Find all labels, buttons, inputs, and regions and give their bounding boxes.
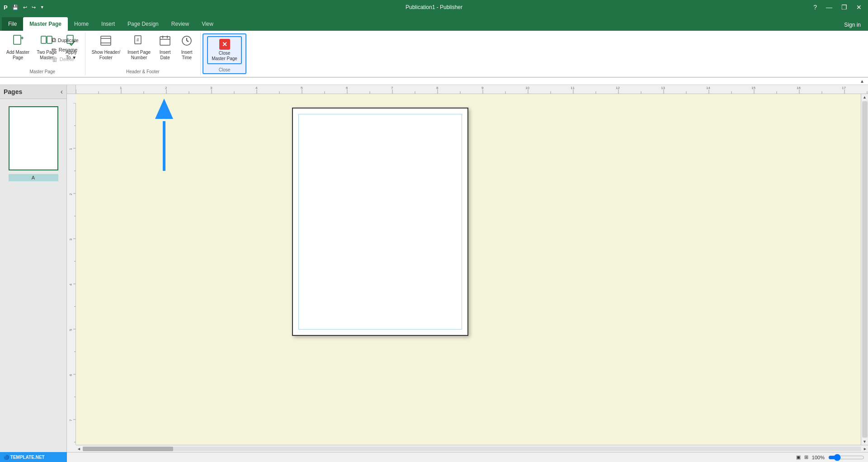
arrow-annotation xyxy=(146,94,182,175)
tab-master-page[interactable]: Master Page xyxy=(23,17,68,31)
svg-rect-3 xyxy=(41,36,46,43)
insert-date-icon xyxy=(159,34,171,49)
scroll-right-btn[interactable]: ► xyxy=(862,446,868,452)
page-inner xyxy=(298,114,462,330)
ribbon-tabs: File Master Page Home Insert Page Design… xyxy=(0,14,868,31)
rename-btn[interactable]: ✏ Rename xyxy=(49,45,81,54)
duplicate-label: Duplicate xyxy=(58,38,79,43)
svg-text:6: 6 xyxy=(69,374,73,376)
ribbon-group-master-page: Add MasterPage Two PageMaster ApplyTo ▼ xyxy=(0,33,85,75)
publisher-logo: P xyxy=(4,4,8,11)
svg-text:5: 5 xyxy=(69,329,73,331)
add-master-page-btn[interactable]: Add MasterPage xyxy=(4,33,32,62)
view-single[interactable]: ▣ xyxy=(796,454,801,460)
left-ruler: 1 2 3 4 5 6 xyxy=(67,103,76,445)
maximize-btn[interactable]: ❐ xyxy=(839,3,850,12)
view-double[interactable]: ⊞ xyxy=(804,454,808,460)
rename-icon: ✏ xyxy=(52,46,57,53)
tab-file[interactable]: File xyxy=(2,17,23,31)
svg-text:4: 4 xyxy=(255,86,258,90)
scroll-left-btn[interactable]: ◄ xyxy=(76,446,82,452)
svg-text:1: 1 xyxy=(120,86,122,90)
scroll-up-btn[interactable]: ▲ xyxy=(862,94,868,100)
delete-btn: 🗑 Delete xyxy=(49,55,81,64)
save-quick-btn[interactable]: 💾 xyxy=(10,4,20,11)
svg-line-17 xyxy=(187,41,189,42)
insert-page-number-icon: # xyxy=(133,34,146,49)
insert-time-label: InsertTime xyxy=(181,50,193,61)
status-bar: Page: 1 of 1 ◄ ► ▣ ⊞ 100% xyxy=(0,452,868,462)
duplicate-btn[interactable]: ⧉ Duplicate xyxy=(49,35,81,45)
svg-text:8: 8 xyxy=(436,86,439,90)
insert-time-icon xyxy=(180,34,193,49)
window-title: Publication1 - Publisher xyxy=(406,4,462,10)
insert-page-number-btn[interactable]: # Insert PageNumber xyxy=(125,33,153,62)
undo-quick-btn[interactable]: ↩ xyxy=(21,4,29,11)
scroll-down-btn[interactable]: ▼ xyxy=(862,438,868,445)
window-controls: ? — ❐ ✕ xyxy=(811,3,864,12)
svg-marker-97 xyxy=(155,99,173,119)
master-page-small-btns: ⧉ Duplicate ✏ Rename 🗑 Delete xyxy=(49,35,81,71)
close-btn[interactable]: ✕ xyxy=(854,3,864,12)
tab-view[interactable]: View xyxy=(195,17,220,31)
page-thumbnail-a[interactable] xyxy=(9,106,58,170)
scroll-thumb-h[interactable] xyxy=(83,447,861,451)
close-master-page-btn[interactable]: ✕ CloseMaster Page xyxy=(207,36,242,64)
svg-text:3: 3 xyxy=(210,86,212,90)
collapse-ribbon-btn[interactable]: ▲ xyxy=(860,79,864,84)
title-left: P 💾 ↩ ↪ ▼ xyxy=(4,4,46,11)
svg-text:14: 14 xyxy=(706,86,710,90)
tab-insert[interactable]: Insert xyxy=(95,17,121,31)
sidebar-header: Pages ‹ xyxy=(0,85,66,99)
customize-quick-btn[interactable]: ▼ xyxy=(38,4,46,10)
show-header-footer-label: Show Header/Footer xyxy=(92,50,120,61)
svg-text:12: 12 xyxy=(616,86,620,90)
insert-page-number-label: Insert PageNumber xyxy=(127,50,151,61)
svg-text:7: 7 xyxy=(69,419,73,421)
zoom-slider[interactable] xyxy=(828,454,864,461)
add-master-icon xyxy=(12,34,24,49)
zoom-level: 100% xyxy=(812,455,825,460)
redo-quick-btn[interactable]: ↪ xyxy=(30,4,38,11)
insert-date-label: InsertDate xyxy=(160,50,171,61)
ribbon: File Master Page Home Insert Page Design… xyxy=(0,14,868,78)
page-label-a: A xyxy=(9,174,58,181)
svg-text:#: # xyxy=(137,38,139,42)
top-ruler-svg: // Generated inline - just draw static t… xyxy=(76,85,868,94)
vertical-scrollbar[interactable]: ▲ ▼ xyxy=(861,94,868,445)
top-ruler: // Generated inline - just draw static t… xyxy=(76,85,868,94)
svg-text:2: 2 xyxy=(69,193,73,195)
svg-text:11: 11 xyxy=(571,86,575,90)
svg-text:7: 7 xyxy=(391,86,393,90)
svg-rect-72 xyxy=(67,103,76,445)
help-btn[interactable]: ? xyxy=(811,3,820,12)
minimize-btn[interactable]: — xyxy=(823,3,835,12)
svg-text:16: 16 xyxy=(797,86,801,90)
header-footer-buttons: Show Header/Footer # Insert PageNumber I… xyxy=(89,33,197,75)
tab-home[interactable]: Home xyxy=(68,17,95,31)
left-ruler-svg: 1 2 3 4 5 6 xyxy=(67,103,76,445)
show-header-footer-icon xyxy=(99,34,112,49)
insert-date-btn[interactable]: InsertDate xyxy=(155,33,175,62)
canvas-area xyxy=(76,94,861,445)
title-bar: P 💾 ↩ ↪ ▼ Publication1 - Publisher ? — ❐… xyxy=(0,0,868,14)
page-canvas xyxy=(292,108,468,336)
sign-in-link[interactable]: Sign in xyxy=(839,19,866,31)
svg-text:17: 17 xyxy=(842,86,846,90)
status-right: ▣ ⊞ 100% xyxy=(796,454,864,461)
svg-text:1: 1 xyxy=(69,148,73,150)
show-header-footer-btn[interactable]: Show Header/Footer xyxy=(89,33,123,62)
svg-rect-11 xyxy=(160,37,170,45)
sidebar: Pages ‹ A xyxy=(0,85,67,452)
svg-text:5: 5 xyxy=(301,86,303,90)
sidebar-toggle-btn[interactable]: ‹ xyxy=(61,88,63,96)
master-page-group-label: Master Page xyxy=(29,69,55,74)
scroll-thumb-v[interactable] xyxy=(862,101,868,438)
tab-review[interactable]: Review xyxy=(165,17,195,31)
template-logo: 🔵 TEMPLATE.NET xyxy=(4,455,45,460)
horizontal-scrollbar[interactable]: ◄ ► xyxy=(76,445,868,452)
delete-icon: 🗑 xyxy=(52,56,58,63)
workspace: // Generated inline - just draw static t… xyxy=(67,85,868,452)
insert-time-btn[interactable]: InsertTime xyxy=(177,33,197,62)
tab-page-design[interactable]: Page Design xyxy=(121,17,165,31)
